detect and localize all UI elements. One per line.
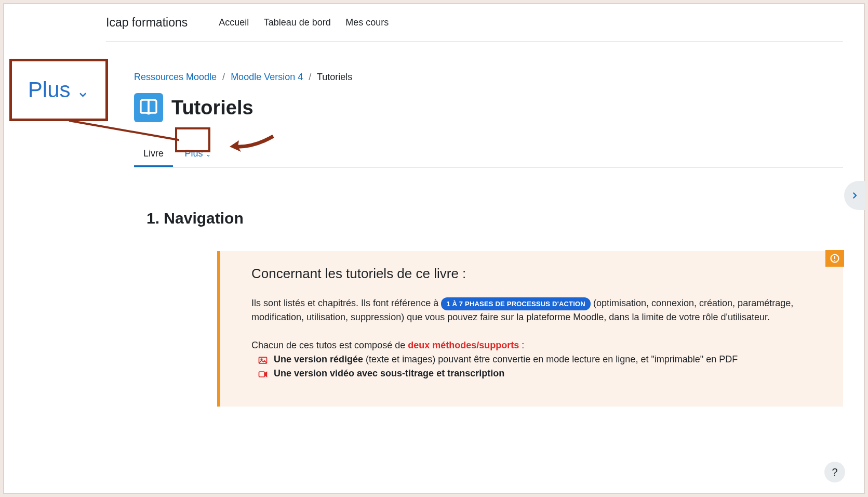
tab-livre[interactable]: Livre — [134, 143, 173, 167]
annotation-highlight-box — [175, 127, 210, 152]
app-frame: Icap formations Accueil Tableau de bord … — [3, 3, 865, 494]
alert-icon — [825, 250, 844, 267]
nav-accueil[interactable]: Accueil — [219, 17, 249, 28]
annotation-plus-label: Plus ⌄ — [28, 77, 89, 102]
info-p2-b: : — [519, 340, 524, 350]
svg-point-2 — [834, 260, 835, 261]
breadcrumb-link-2[interactable]: Moodle Version 4 — [231, 72, 303, 82]
help-button[interactable]: ? — [824, 462, 845, 482]
primary-nav: Accueil Tableau de bord Mes cours — [219, 17, 401, 28]
info-body: Ils sont listés et chapitrés. Ils font r… — [251, 296, 824, 381]
info-heading: Concernant les tutoriels de ce livre : — [251, 266, 824, 282]
top-header: Icap formations Accueil Tableau de bord … — [106, 4, 843, 42]
book-icon — [134, 93, 163, 122]
next-page-button[interactable] — [844, 181, 865, 210]
video-icon — [258, 369, 268, 378]
nav-tableau-de-bord[interactable]: Tableau de bord — [264, 17, 331, 28]
breadcrumb-sep: / — [222, 72, 225, 82]
info-p2-red: deux méthodes/supports — [408, 340, 519, 350]
info-p2-a: Chacun de ces tutos est composé de — [251, 340, 408, 350]
svg-rect-5 — [259, 372, 265, 377]
breadcrumb-current: Tutoriels — [317, 72, 352, 82]
page-title: Tutoriels — [171, 97, 253, 119]
help-label: ? — [832, 466, 837, 478]
breadcrumb-link-1[interactable]: Ressources Moodle — [134, 72, 217, 82]
annotation-plus-zoom: Plus ⌄ — [9, 59, 108, 121]
info-callout: Concernant les tutoriels de ce livre : I… — [217, 251, 843, 407]
chevron-down-icon: ⌄ — [76, 83, 89, 100]
info-li2-bold: Une version vidéo avec sous-titrage et t… — [274, 368, 504, 378]
info-p1-a: Ils sont listés et chapitrés. Ils font r… — [251, 298, 441, 308]
info-li1-bold: Une version rédigée — [274, 354, 363, 364]
nav-mes-cours[interactable]: Mes cours — [345, 17, 389, 28]
section-heading: 1. Navigation — [146, 210, 843, 227]
breadcrumb-sep: / — [309, 72, 311, 82]
breadcrumb: Ressources Moodle / Moodle Version 4 / T… — [134, 72, 843, 83]
image-icon — [258, 355, 268, 364]
info-pill: 1 À 7 PHASES DE PROCESSUS D'ACTION — [441, 297, 591, 311]
main-content: Ressources Moodle / Moodle Version 4 / T… — [134, 72, 843, 258]
brand-label: Icap formations — [106, 16, 188, 30]
annotation-arrow — [228, 132, 274, 153]
info-li1-rest: (texte et images) pouvant être convertie… — [363, 354, 738, 364]
page-title-row: Tutoriels — [134, 93, 843, 122]
